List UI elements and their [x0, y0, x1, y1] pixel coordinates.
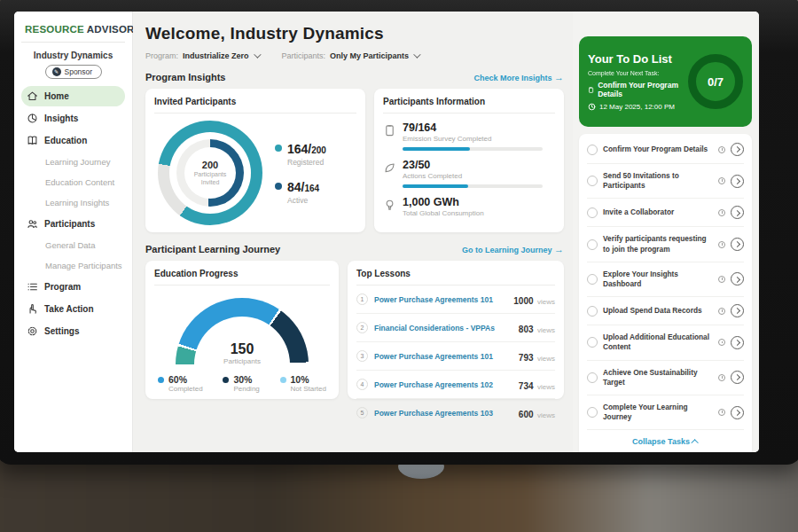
sponsor-badge[interactable]: ✎ Sponsor [45, 65, 102, 79]
task-checkbox[interactable] [587, 207, 598, 218]
sidebar-item-insights[interactable]: Insights [21, 108, 125, 129]
lesson-link[interactable]: Power Purchase Agreements 101 [374, 352, 493, 361]
participants-icon [27, 218, 38, 230]
dashboard-screen: RESOURCE ADVISOR+ Industry Dynamics ✎ Sp… [14, 12, 759, 452]
task-checkbox[interactable] [587, 239, 598, 250]
chevron-right-icon[interactable] [731, 238, 744, 251]
card-title: Top Lessons [356, 269, 555, 286]
lesson-link[interactable]: Power Purchase Agreements 103 [374, 409, 493, 418]
legend-value: 164/ [287, 142, 311, 156]
task-row[interactable]: Upload Additional Educational Content [587, 325, 744, 360]
program-label: Program: [145, 51, 178, 60]
task-row[interactable]: Complete Your Learning Journey [587, 395, 744, 430]
sidebar-item-label: Learning Insights [45, 198, 109, 207]
chevron-right-icon[interactable] [731, 304, 744, 317]
task-label: Complete Your Learning Journey [603, 403, 713, 422]
collapse-tasks-link[interactable]: Collapse Tasks [587, 430, 744, 452]
progress-fill [403, 147, 470, 151]
sidebar-item-take-action[interactable]: Take Action [21, 299, 125, 319]
task-checkbox[interactable] [587, 145, 598, 155]
todo-progress-value: 0/7 [708, 75, 724, 89]
sidebar-item-program[interactable]: Program [21, 277, 125, 297]
sidebar-item-label: Learning Journey [45, 157, 110, 167]
task-checkbox[interactable] [587, 306, 598, 317]
clock-icon [718, 374, 725, 381]
logo-advisor: ADVISOR [87, 24, 135, 35]
sidebar-item-education[interactable]: Education [21, 130, 125, 151]
chevron-right-icon[interactable] [731, 206, 744, 219]
scene: RESOURCE ADVISOR+ Industry Dynamics ✎ Sp… [0, 0, 798, 532]
lesson-link[interactable]: Financial Considerations - VPPAs [374, 324, 495, 332]
chevron-right-icon[interactable] [731, 406, 744, 419]
go-to-learning-journey-link[interactable]: Go to Learning Journey → [462, 244, 564, 254]
task-checkbox[interactable] [587, 407, 598, 418]
sidebar-item-label: Take Action [44, 304, 94, 314]
chevron-right-icon[interactable] [731, 336, 744, 349]
task-checkbox[interactable] [587, 274, 598, 285]
lesson-link[interactable]: Power Purchase Agreements 102 [374, 380, 493, 389]
task-row[interactable]: Explore Your Insights Dashboard [587, 262, 744, 297]
sidebar: RESOURCE ADVISOR+ Industry Dynamics ✎ Sp… [14, 12, 133, 452]
task-checkbox[interactable] [587, 176, 598, 186]
participants-dropdown[interactable]: Participants: Only My Participants [282, 51, 419, 60]
todo-subtitle: Complete Your Next Task: [588, 70, 683, 76]
sidebar-item-participants[interactable]: Participants [21, 214, 125, 234]
legend-active: 84/164 Active [275, 179, 326, 205]
views-count: 793 views [519, 348, 555, 364]
stat-value: 23/50 [403, 159, 543, 171]
chevron-right-icon[interactable] [731, 272, 744, 286]
invited-donut-chart: 200 Participants Invited [158, 121, 262, 225]
participants-label: Participants: [282, 51, 326, 60]
sidebar-item-learning-journey[interactable]: Learning Journey [21, 153, 125, 171]
task-row[interactable]: Achieve One Sustainability Target [587, 361, 744, 395]
sidebar-item-settings[interactable]: Settings [21, 321, 125, 341]
stat-value: 1,000 GWh [403, 196, 484, 208]
clock-icon [718, 308, 725, 315]
card-title: Invited Participants [154, 97, 356, 113]
legend-denominator: 164 [304, 184, 319, 193]
sidebar-item-label: Manage Participants [45, 261, 122, 270]
chevron-right-icon[interactable] [731, 143, 744, 156]
task-row[interactable]: Verify participants requesting to join t… [587, 227, 744, 262]
invited-participants-card: Invited Participants 200 Participants In… [145, 89, 365, 232]
sidebar-item-label: Settings [44, 326, 79, 336]
sidebar-item-manage-participants[interactable]: Manage Participants [21, 256, 125, 275]
stat-value: 79/164 [403, 121, 543, 134]
chevron-right-icon[interactable] [731, 371, 744, 384]
stat-actions-completed: 23/50 Actions Completed [383, 159, 555, 188]
clock-icon [718, 241, 725, 248]
todo-summary-card: Your To Do List Complete Your Next Task:… [579, 36, 752, 127]
task-row[interactable]: Send 50 Invitations to Participants [587, 164, 744, 199]
sidebar-item-general-data[interactable]: General Data [21, 236, 125, 254]
task-row[interactable]: Invite a Collaborator [587, 199, 744, 227]
participants-value: Only My Participants [330, 51, 409, 60]
education-gauge-chart: 150 Participants [176, 298, 309, 365]
donut-center-value: 200 [202, 160, 218, 170]
chevron-right-icon[interactable] [731, 175, 744, 188]
task-row[interactable]: Confirm Your Program Details [587, 136, 744, 164]
task-label: Upload Spend Data Records [603, 306, 713, 316]
program-dropdown[interactable]: Program: Industrialize Zero [145, 51, 259, 60]
sidebar-item-learning-insights[interactable]: Learning Insights [21, 193, 125, 212]
program-icon [27, 281, 38, 293]
task-checkbox[interactable] [587, 337, 598, 348]
check-more-insights-link[interactable]: Check More Insights → [473, 72, 564, 82]
task-row[interactable]: Upload Spend Data Records [587, 297, 744, 325]
sidebar-item-label: Insights [44, 113, 78, 123]
task-label: Send 50 Invitations to Participants [603, 171, 713, 191]
legend-dot [280, 377, 286, 383]
org-name: Industry Dynamics [21, 51, 125, 60]
lesson-row: 3 Power Purchase Agreements 101 793 view… [356, 342, 555, 371]
bulb-icon [383, 199, 395, 211]
lesson-link[interactable]: Power Purchase Agreements 101 [374, 295, 493, 304]
progress-fill [403, 184, 468, 188]
sidebar-item-education-content[interactable]: Education Content [21, 173, 125, 192]
stat-emission-survey: 79/164 Emission Survey Completed [383, 121, 555, 151]
sidebar-item-home[interactable]: Home [21, 86, 125, 106]
todo-tasks-card: Confirm Your Program Details Send 50 Inv… [579, 134, 752, 452]
gauge-center-value: 150 [176, 341, 309, 357]
sidebar-item-label: Education [44, 136, 87, 145]
task-checkbox[interactable] [587, 372, 598, 383]
chevron-up-icon [691, 439, 698, 446]
stat-global-consumption: 1,000 GWh Total Global Consumption [383, 196, 555, 217]
